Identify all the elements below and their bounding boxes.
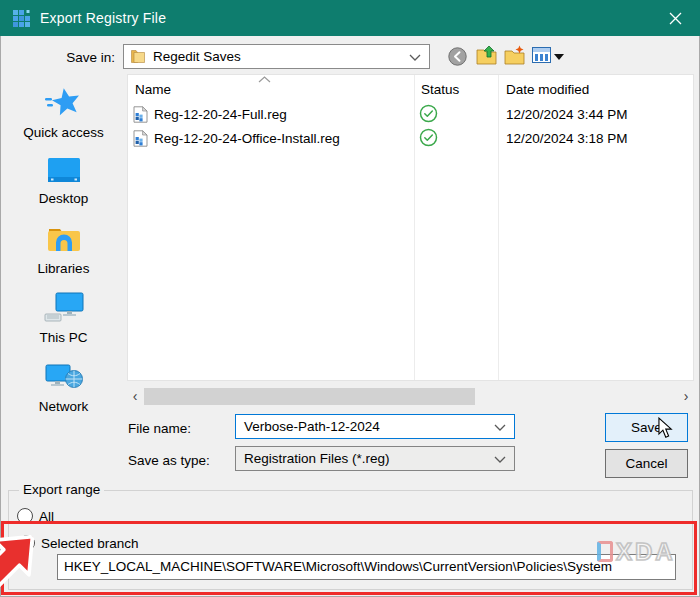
column-separator[interactable]	[498, 75, 499, 380]
xda-watermark: XDA	[597, 541, 676, 562]
registry-app-icon	[12, 9, 30, 27]
sidebar-item-libraries[interactable]: Libraries	[0, 223, 127, 276]
file-name-combobox[interactable]: Verbose-Path-12-2024	[235, 414, 515, 439]
file-name: Reg-12-20-24-Office-Install.reg	[154, 131, 340, 146]
registry-file-icon	[133, 106, 148, 123]
sidebar-item-label: Libraries	[0, 261, 127, 276]
sidebar-item-label: This PC	[0, 330, 127, 345]
save-as-type-combobox[interactable]: Registration Files (*.reg)	[235, 446, 515, 471]
up-one-level-icon[interactable]	[476, 45, 497, 65]
sidebar-item-label: Quick access	[0, 125, 127, 140]
sync-status-check-icon	[419, 128, 438, 147]
file-name: Reg-12-20-24-Full.reg	[154, 107, 287, 122]
quick-access-star-icon	[44, 86, 84, 118]
network-icon	[44, 361, 84, 392]
this-pc-icon	[44, 292, 84, 323]
sidebar-item-label: Network	[0, 399, 127, 414]
view-menu-icon[interactable]	[532, 47, 551, 63]
sidebar-item-label: Desktop	[0, 191, 127, 206]
sidebar-item-this-pc[interactable]: This PC	[0, 292, 127, 345]
chevron-down-icon	[494, 456, 506, 463]
chevron-down-icon	[409, 54, 421, 61]
title-bar: Export Registry File	[0, 0, 700, 36]
cancel-button-label: Cancel	[625, 456, 667, 471]
export-registry-dialog: Export Registry File Save in: Regedit Sa…	[0, 0, 700, 597]
save-as-type-value: Registration Files (*.reg)	[244, 451, 390, 466]
radio-all-label: All	[39, 509, 54, 524]
save-in-combobox[interactable]: Regedit Saves	[123, 44, 430, 69]
sidebar-item-desktop[interactable]: Desktop	[0, 156, 127, 206]
close-button[interactable]	[660, 6, 690, 30]
column-header-status[interactable]: Status	[421, 82, 459, 97]
column-header-name[interactable]: Name	[135, 82, 171, 97]
branch-path-input[interactable]: HKEY_LOCAL_MACHINE\SOFTWARE\Microsoft\Wi…	[57, 554, 676, 580]
back-icon[interactable]	[448, 47, 467, 66]
file-date-modified: 12/20/2024 3:44 PM	[506, 107, 628, 122]
sidebar-item-quick-access[interactable]: Quick access	[0, 86, 127, 140]
scroll-right-icon[interactable]: ›	[678, 388, 694, 405]
sort-ascending-icon	[258, 76, 271, 83]
mouse-cursor-icon	[655, 417, 675, 439]
create-new-folder-icon[interactable]	[504, 45, 525, 65]
libraries-icon	[45, 223, 83, 254]
column-header-date-modified[interactable]: Date modified	[506, 82, 589, 97]
scrollbar-thumb[interactable]	[144, 388, 475, 405]
desktop-icon	[45, 156, 83, 184]
chevron-down-icon	[494, 424, 506, 431]
cancel-button[interactable]: Cancel	[605, 449, 688, 478]
scroll-left-icon[interactable]: ‹	[127, 388, 143, 405]
view-menu-caret-icon[interactable]	[554, 54, 564, 60]
radio-all[interactable]	[17, 508, 33, 524]
file-list: Name Status Date modified Reg-12-20-24-F…	[127, 74, 694, 381]
xda-logo-bubble-icon	[597, 541, 613, 562]
file-name-label: File name:	[128, 421, 191, 436]
close-icon	[668, 11, 683, 26]
save-as-type-label: Save as type:	[128, 453, 210, 468]
sidebar-item-network[interactable]: Network	[0, 361, 127, 414]
xda-logo-text: XDA	[616, 541, 676, 562]
file-name-value: Verbose-Path-12-2024	[244, 419, 380, 434]
save-in-label: Save in:	[40, 50, 115, 65]
save-button[interactable]: Save	[605, 413, 688, 442]
save-in-value: Regedit Saves	[153, 49, 241, 64]
window-title: Export Registry File	[40, 0, 166, 36]
registry-file-icon	[133, 130, 148, 147]
radio-selected-branch-label: Selected branch	[41, 536, 139, 551]
sync-status-check-icon	[419, 104, 438, 123]
export-range-legend: Export range	[19, 482, 104, 497]
horizontal-scrollbar[interactable]: ‹ ›	[127, 388, 694, 405]
column-separator[interactable]	[414, 75, 415, 380]
folder-icon	[130, 49, 146, 64]
file-date-modified: 12/20/2024 3:18 PM	[506, 131, 628, 146]
